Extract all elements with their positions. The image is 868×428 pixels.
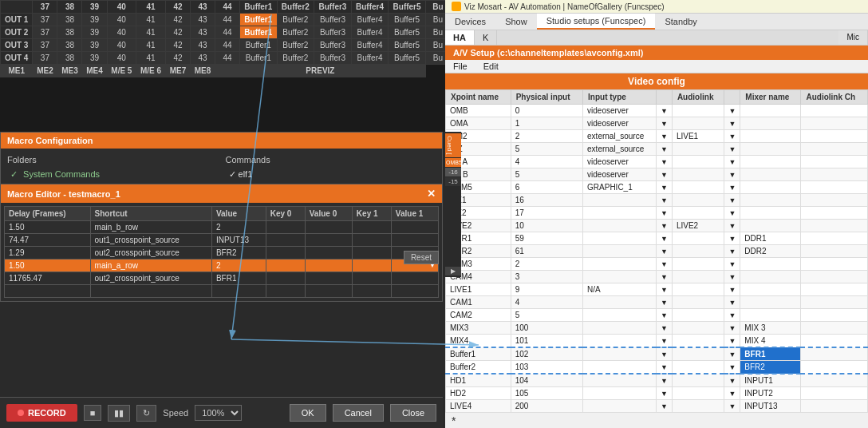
studio-setups-nav[interactable]: Studio setups (Funcspec) <box>537 14 656 30</box>
tab-ha[interactable]: HA <box>445 30 475 45</box>
pause-button[interactable]: ▮▮ <box>108 405 130 422</box>
col-value1: Value 1 <box>391 207 438 221</box>
av-setup-header: A/V Setup (c:\channeltemplates\avconfig.… <box>445 46 868 60</box>
vc-row-mix4[interactable]: MIX4101▼▼MIX 4 <box>446 335 868 348</box>
col-h11: Buffer3 <box>314 1 352 14</box>
commands-section: Commands ✓ elf1 <box>226 155 436 181</box>
th-audiolink-ch: Audiolink Ch <box>801 90 868 105</box>
macro-row-3[interactable]: 1.29 out2_crosspoint_source BFR2 <box>5 247 439 260</box>
check-icon: ✓ <box>10 169 18 179</box>
record-button[interactable]: RECORD <box>6 404 77 422</box>
col-shortcut: Shortcut <box>90 207 211 221</box>
vc-row-viz[interactable]: VIZ5external_source▼▼ <box>446 143 868 156</box>
macro-row-4-selected[interactable]: 1.50 main_a_row 2 ▼ <box>5 260 439 272</box>
svg-line-2 <box>231 339 479 345</box>
video-config-table-container[interactable]: Xpoint name Physical input Input type Au… <box>445 89 868 425</box>
vc-row-om2[interactable]: OM22external_source▼LIVE1▼ <box>446 130 868 143</box>
macro-config-title: Macro Configuration <box>1 133 442 149</box>
me-label: ME1 <box>1 65 33 77</box>
ok-button[interactable]: OK <box>290 404 326 422</box>
vc-row-cam5[interactable]: CAM56GRAPHIC_1▼▼ <box>446 181 868 194</box>
row-label-out3: OUT 3 <box>1 39 33 52</box>
th-mixer: Mixer name <box>740 90 801 105</box>
macro-config-dialog: Macro Configuration Folders ✓ System Com… <box>0 132 443 188</box>
app-title-bar: Viz Mosart - AV Automation | NameOfGalle… <box>445 0 868 14</box>
devices-nav[interactable]: Devices <box>445 14 495 29</box>
close-button[interactable]: Close <box>390 404 436 422</box>
num-indicator-1: -16 <box>445 168 461 176</box>
speed-label: Speed <box>163 408 188 418</box>
vc-row-live2[interactable]: LIVE210▼LIVE2▼ <box>446 220 868 232</box>
vc-row-cam4[interactable]: CAM43▼▼ <box>446 271 868 283</box>
tab-mic[interactable]: Mic <box>838 30 868 45</box>
th-dd1 <box>656 90 672 105</box>
col-h10: Buffer2 <box>277 1 314 14</box>
reset-button[interactable]: Reset <box>404 251 439 264</box>
col-key0: Key 0 <box>266 207 305 221</box>
video-config-table: Xpoint name Physical input Input type Au… <box>445 89 868 413</box>
matrix-corner <box>1 1 33 14</box>
col-h12: Buffer4 <box>351 1 389 14</box>
tab-k[interactable]: K <box>475 30 497 45</box>
col-h13: Buffer5 <box>389 1 426 14</box>
left-sidebar: Cued [ OMB5 -16 -15 ▶ <box>445 132 461 277</box>
av-setup-panel: Viz Mosart - AV Automation | NameOfGalle… <box>445 0 868 428</box>
elf1-item[interactable]: ✓ elf1 <box>226 168 436 181</box>
macro-row-2[interactable]: 74.47 out1_crosspoint_source INPUT13 <box>5 234 439 247</box>
col-key1: Key 1 <box>352 207 391 221</box>
col-delay: Delay (Frames) <box>5 207 91 221</box>
standby-nav[interactable]: Standby <box>655 14 706 29</box>
vc-row-live1[interactable]: LIVE19N/A▼▼ <box>446 283 868 296</box>
vc-row-vsa[interactable]: VS A4videoserver▼▼ <box>446 156 868 168</box>
macro-editor-dialog: Macro Editor - testmacro_1 ✕ Delay (Fram… <box>0 184 443 302</box>
vc-row-hd2[interactable]: HD2105▼▼INPUT2 <box>446 387 868 400</box>
vc-row-mix3[interactable]: MIX3100▼▼MIX 3 <box>446 322 868 335</box>
vc-row-omb[interactable]: OMB0videoserver▼▼ <box>446 105 868 117</box>
vc-row-ddr1[interactable]: DDR159▼▼DDR1 <box>446 232 868 245</box>
edit-menu[interactable]: Edit <box>475 60 507 73</box>
show-nav[interactable]: Show <box>495 14 537 29</box>
macro-row-5[interactable]: 11765.47 out2_crosspoint_source BFR1 <box>5 272 439 285</box>
vc-row-ddr2[interactable]: DDR261▼▼DDR2 <box>446 245 868 258</box>
th-physical: Physical input <box>511 90 582 105</box>
col-h4: 40 <box>107 1 136 14</box>
vc-row-cam3[interactable]: CAM32▼▼ <box>446 258 868 271</box>
th-audiolink: Audiolink <box>672 90 724 105</box>
vc-row-buffer1[interactable]: Buffer1102▼▼BFR1 <box>446 347 868 361</box>
cued-indicator: Cued [ <box>445 133 461 157</box>
app-icon <box>452 2 461 11</box>
vc-row-vsb[interactable]: VS B5videoserver▼▼ <box>446 168 868 181</box>
vc-row-cam1[interactable]: CAM14▼▼ <box>446 296 868 309</box>
folders-section: Folders ✓ System Commands <box>7 155 218 181</box>
bottom-controls: RECORD ■ ▮▮ ↻ Speed 100% 75% 50% OK Canc… <box>0 397 443 428</box>
vc-row-cam2[interactable]: CAM25▼▼ <box>446 309 868 322</box>
tab-row: HA K Mic <box>445 30 868 46</box>
record-dot-icon <box>18 410 24 416</box>
system-commands-item[interactable]: ✓ System Commands <box>7 168 218 181</box>
stop-button[interactable]: ■ <box>84 405 102 421</box>
cancel-button[interactable]: Cancel <box>333 404 384 422</box>
speed-select[interactable]: 100% 75% 50% <box>195 405 242 421</box>
add-row-button[interactable]: * <box>445 413 462 425</box>
file-menu[interactable]: File <box>445 60 475 73</box>
num-indicator-2: -15 <box>445 177 461 186</box>
vc-row-live4[interactable]: LIVE4200▼▼INPUT13 <box>446 400 868 413</box>
app-title: Viz Mosart - AV Automation | NameOfGalle… <box>464 2 665 11</box>
macro-editor-close-icon[interactable]: ✕ <box>427 188 436 200</box>
vc-row-buffer2[interactable]: Buffer2103▼▼BFR2 <box>446 361 868 374</box>
col-h2: 38 <box>57 1 82 14</box>
row-label-out4: OUT 4 <box>1 52 33 65</box>
refresh-button[interactable]: ↻ <box>136 405 156 422</box>
row-label-out1: OUT 1 <box>1 14 33 26</box>
commands-label: Commands <box>226 155 436 164</box>
vc-row-oma[interactable]: OMA1videoserver▼▼ <box>446 117 868 130</box>
col-h6: 42 <box>165 1 190 14</box>
macro-editor-title: Macro Editor - testmacro_1 <box>7 189 120 199</box>
macro-row-1[interactable]: 1.50 main_b_row 2 <box>5 221 439 234</box>
check-icon2: ✓ <box>229 169 236 179</box>
vc-row-me2[interactable]: ME217▼▼ <box>446 207 868 220</box>
vc-row-me1[interactable]: ME116▼▼ <box>446 194 868 207</box>
vc-row-hd1[interactable]: HD1104▼▼INPUT1 <box>446 374 868 387</box>
top-nav: Devices Show Studio setups (Funcspec) St… <box>445 14 868 30</box>
tab-spacer <box>497 30 838 45</box>
